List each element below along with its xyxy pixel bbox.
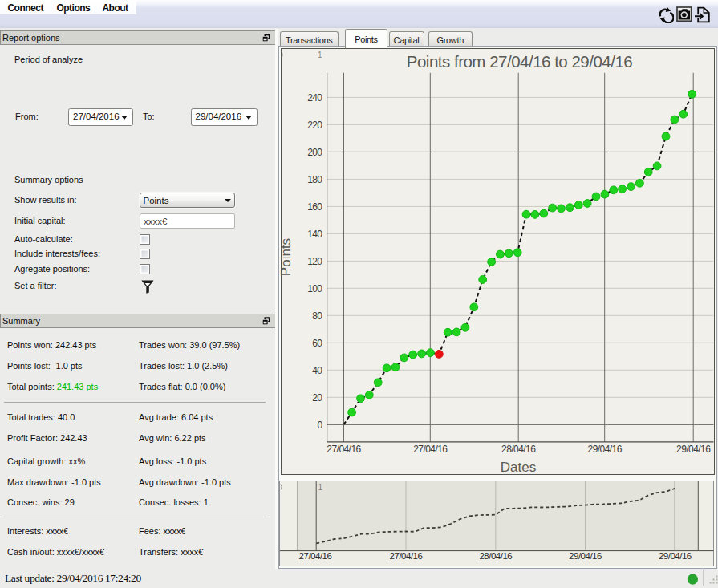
svg-text:Points from 27/04/16 to 29/04/: Points from 27/04/16 to 29/04/16	[407, 52, 633, 71]
svg-text:0: 0	[317, 420, 322, 431]
svg-text:220: 220	[307, 120, 322, 131]
svg-text:27/04/16: 27/04/16	[299, 551, 332, 561]
svg-text:240: 240	[307, 92, 322, 103]
svg-text:60: 60	[312, 338, 322, 349]
svg-text:28/04/16: 28/04/16	[501, 444, 536, 455]
svg-text:180: 180	[307, 174, 322, 185]
svg-text:27/04/16: 27/04/16	[327, 444, 361, 455]
svg-text:29/04/16: 29/04/16	[676, 444, 711, 455]
svg-text:27/04/16: 27/04/16	[390, 551, 423, 561]
svg-text:20: 20	[312, 392, 322, 403]
svg-text:140: 140	[307, 229, 322, 240]
svg-text:Points: Points	[278, 238, 294, 276]
svg-text:29/04/16: 29/04/16	[659, 551, 692, 561]
svg-text:Dates: Dates	[501, 460, 536, 475]
svg-text:100: 100	[307, 283, 322, 294]
svg-text:1: 1	[318, 51, 322, 59]
svg-text:160: 160	[307, 201, 322, 213]
svg-text:28/04/16: 28/04/16	[479, 551, 512, 561]
svg-text:200: 200	[307, 147, 322, 158]
svg-text:27/04/16: 27/04/16	[413, 444, 448, 455]
svg-text:80: 80	[312, 310, 322, 322]
svg-text:40: 40	[312, 365, 322, 376]
svg-text:1: 1	[318, 483, 323, 492]
svg-text:29/04/16: 29/04/16	[588, 444, 623, 455]
svg-text:29/04/16: 29/04/16	[569, 551, 602, 561]
svg-text:120: 120	[307, 256, 322, 267]
